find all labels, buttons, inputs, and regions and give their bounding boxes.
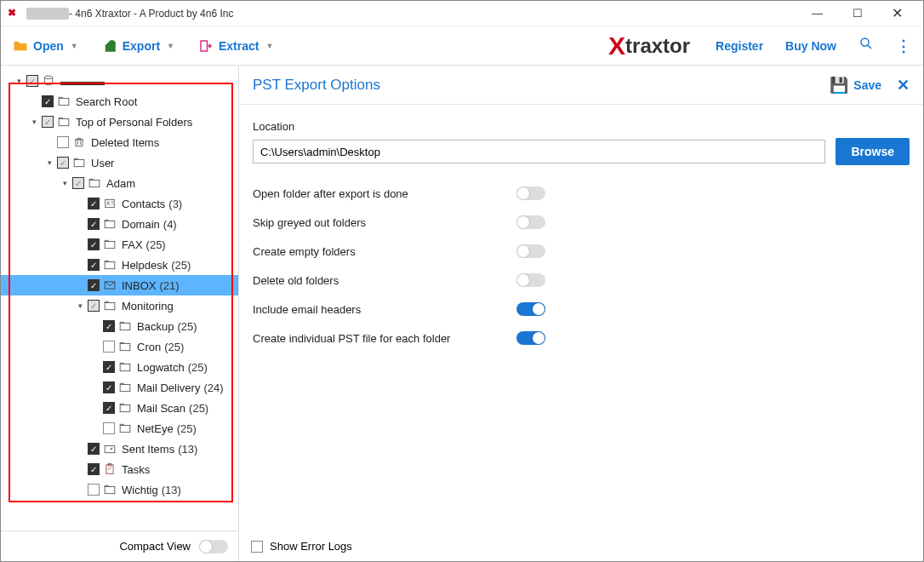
tree-label: Domain: [122, 218, 160, 231]
svg-rect-4: [59, 119, 69, 126]
tree-item-contacts[interactable]: ✓Contacts (3): [1, 193, 238, 214]
tree-count: (4): [163, 218, 177, 231]
main-toolbar: Open▼ Export▼ Extract▼ Xtraxtor Register…: [1, 26, 923, 66]
tree-checkbox[interactable]: [88, 484, 100, 496]
tree-item-domain[interactable]: ✓Domain (4): [1, 214, 238, 234]
tree-count: (3): [168, 198, 182, 210]
tree-checkbox[interactable]: ✓: [103, 402, 115, 414]
tree-label: Contacts: [122, 198, 165, 210]
folder-icon: [103, 259, 117, 271]
search-icon[interactable]: [858, 36, 874, 55]
option-toggle-4[interactable]: [516, 302, 545, 316]
tree-checkbox[interactable]: ✓: [103, 361, 115, 373]
option-toggle-0[interactable]: [516, 186, 545, 200]
close-panel-button[interactable]: ✕: [897, 76, 910, 95]
tree-checkbox[interactable]: [103, 422, 115, 434]
tree-item-tasks[interactable]: ✓Tasks: [1, 459, 238, 479]
tree-item-logwatch[interactable]: ✓Logwatch (25): [1, 357, 238, 377]
tree-checkbox[interactable]: ✓: [88, 300, 100, 312]
tree-checkbox[interactable]: ✓: [88, 238, 100, 250]
tree-item-cron[interactable]: Cron (25): [1, 336, 238, 357]
tree-item-wichtig[interactable]: Wichtig (13): [1, 479, 238, 500]
tree-checkbox[interactable]: ✓: [42, 116, 54, 128]
tree-label: Adam: [106, 177, 135, 190]
option-toggle-5[interactable]: [516, 331, 545, 345]
tree-label: Wichtig: [122, 484, 158, 496]
tree-checkbox[interactable]: ✓: [42, 95, 54, 107]
tree-item-deleted-items[interactable]: Deleted Items: [1, 132, 238, 152]
tree-item-sent-items[interactable]: ✓Sent Items (13): [1, 439, 238, 459]
tree-item-top-of-personal-folders[interactable]: ▾✓Top of Personal Folders: [1, 112, 238, 132]
tree-checkbox[interactable]: [57, 136, 69, 148]
expand-icon[interactable]: ▾: [59, 179, 71, 187]
svg-rect-6: [89, 181, 100, 187]
folder-icon: [118, 361, 132, 373]
register-link[interactable]: Register: [716, 39, 763, 53]
location-input[interactable]: [253, 140, 825, 163]
tree-label: Sent Items: [122, 443, 174, 456]
tree-checkbox[interactable]: [103, 341, 115, 353]
tree-item-search-root[interactable]: ✓Search Root: [1, 91, 238, 112]
tree-checkbox[interactable]: ✓: [88, 463, 100, 475]
save-icon: 💾: [830, 76, 848, 95]
compact-view-toggle[interactable]: [199, 540, 228, 553]
tree-item-backup[interactable]: ✓Backup (25): [1, 316, 238, 336]
export-menu[interactable]: Export▼: [102, 38, 174, 54]
location-label: Location: [253, 120, 910, 133]
tree-checkbox[interactable]: ✓: [103, 381, 115, 393]
tree-label: Backup: [137, 320, 174, 333]
svg-rect-11: [105, 262, 115, 269]
extract-menu[interactable]: Extract▼: [198, 38, 273, 54]
buy-now-link[interactable]: Buy Now: [785, 39, 836, 53]
compact-view-label: Compact View: [119, 540, 191, 553]
brand-logo: Xtraxtor: [608, 32, 690, 60]
tree-checkbox[interactable]: ✓: [103, 320, 115, 332]
show-error-logs-row[interactable]: Show Error Logs: [251, 540, 352, 553]
tree-item-monitoring[interactable]: ▾✓Monitoring: [1, 295, 238, 316]
option-toggle-1[interactable]: [516, 215, 545, 229]
tree-item-user[interactable]: ▾✓User: [1, 152, 238, 173]
tree-item-mail-delivery[interactable]: ✓Mail Delivery (24): [1, 377, 238, 398]
maximize-button[interactable]: ☐: [838, 2, 876, 26]
tree-count: (13): [162, 484, 181, 496]
tree-checkbox[interactable]: ✓: [88, 279, 100, 291]
tree-item-neteye[interactable]: NetEye (25): [1, 418, 238, 439]
browse-button[interactable]: Browse: [836, 138, 910, 165]
tree-label: Logwatch: [137, 361, 185, 374]
option-toggle-3[interactable]: [516, 273, 545, 287]
expand-icon[interactable]: ▾: [43, 158, 55, 167]
folder-icon: [118, 320, 132, 332]
tree-checkbox[interactable]: ✓: [88, 198, 100, 209]
tree-checkbox[interactable]: ✓: [88, 259, 100, 271]
tree-label: Mail Delivery: [137, 381, 200, 394]
tree-item-inbox[interactable]: ✓INBOX (21): [1, 275, 238, 295]
tree-checkbox[interactable]: ✓: [88, 218, 100, 230]
open-menu[interactable]: Open▼: [13, 38, 78, 54]
option-label: Create individual PST file for each fold…: [253, 332, 508, 345]
save-button[interactable]: 💾Save: [830, 76, 881, 95]
tree-checkbox[interactable]: ✓: [26, 75, 38, 87]
tree-item--[interactable]: ▾✓▬▬▬▬: [1, 71, 238, 91]
expand-icon[interactable]: ▾: [74, 301, 86, 310]
tree-item-adam[interactable]: ▾✓Adam: [1, 173, 238, 193]
minimize-button[interactable]: —: [798, 2, 836, 26]
more-icon[interactable]: ⋮: [896, 37, 911, 55]
expand-icon[interactable]: ▾: [28, 118, 40, 126]
tree-item-fax[interactable]: ✓FAX (25): [1, 234, 238, 255]
tree-count: (24): [203, 381, 223, 394]
tree-checkbox[interactable]: ✓: [72, 177, 84, 189]
svg-line-1: [868, 45, 871, 49]
tree-label: Search Root: [76, 95, 137, 108]
tree-checkbox[interactable]: ✓: [57, 157, 69, 169]
svg-rect-18: [120, 405, 130, 412]
option-toggle-2[interactable]: [516, 244, 545, 258]
tree-label: Cron: [137, 341, 161, 353]
chevron-down-icon: ▼: [265, 42, 273, 50]
tree-checkbox[interactable]: ✓: [88, 443, 100, 455]
expand-icon[interactable]: ▾: [13, 77, 25, 85]
tree-item-mail-scan[interactable]: ✓Mail Scan (25): [1, 398, 238, 418]
close-window-button[interactable]: ✕: [878, 2, 916, 26]
error-logs-checkbox[interactable]: [251, 541, 263, 553]
option-label: Delete old folders: [253, 274, 508, 287]
tree-item-helpdesk[interactable]: ✓Helpdesk (25): [1, 255, 238, 275]
